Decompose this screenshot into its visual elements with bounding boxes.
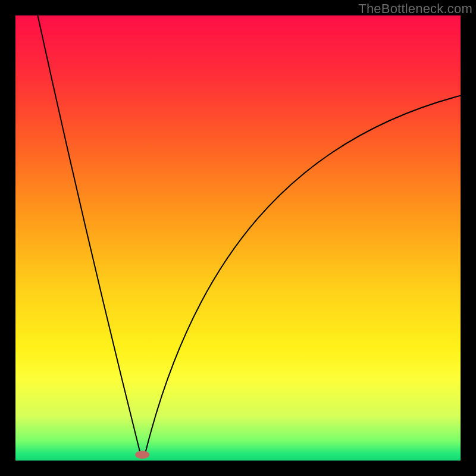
watermark-text: TheBottleneck.com — [358, 1, 472, 17]
bottleneck-marker — [135, 451, 149, 459]
chart-frame — [15, 15, 461, 461]
gradient-background — [15, 15, 461, 461]
bottleneck-chart — [15, 15, 461, 461]
